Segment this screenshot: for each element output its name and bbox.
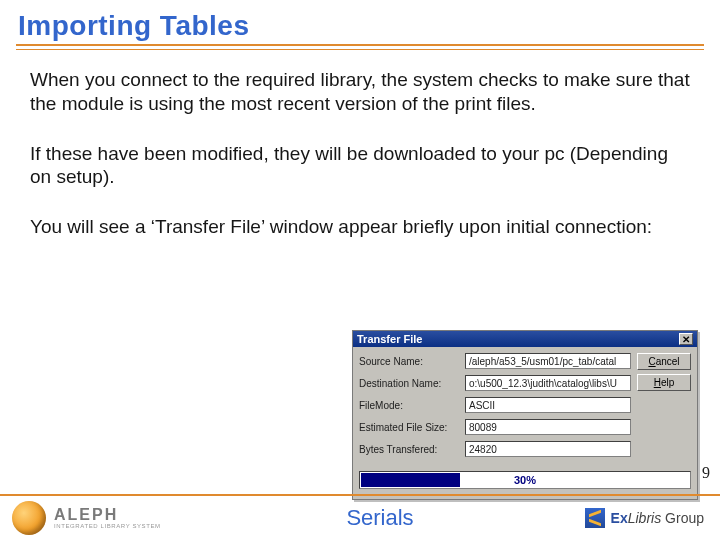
destination-name-label: Destination Name: [359,378,465,389]
file-mode-label: FileMode: [359,400,465,411]
exlibris-logo: ExLibris Group [520,508,720,528]
progress-bar: 30% [359,471,691,489]
exlibris-text: ExLibris Group [611,510,704,526]
dialog-titlebar[interactable]: Transfer File ✕ [353,331,697,347]
body-content: When you connect to the required library… [0,50,720,239]
aleph-logo: ALEPH INTEGRATED LIBRARY SYSTEM [0,501,240,535]
source-name-value: /aleph/a53_5/usm01/pc_tab/catal [465,353,631,369]
file-mode-value: ASCII [465,397,631,413]
progress-label: 30% [360,472,690,488]
transfer-file-dialog: Transfer File ✕ Source Name: /aleph/a53_… [352,330,698,500]
paragraph: You will see a ‘Transfer File’ window ap… [30,215,694,239]
aleph-subtitle: INTEGRATED LIBRARY SYSTEM [54,523,161,529]
paragraph: When you connect to the required library… [30,68,694,116]
footer-center-label: Serials [240,505,520,531]
bytes-transferred-label: Bytes Transfered: [359,444,465,455]
cancel-button[interactable]: Cancel [637,353,691,370]
paragraph: If these have been modified, they will b… [30,142,694,190]
footer: ALEPH INTEGRATED LIBRARY SYSTEM Serials … [0,494,720,540]
estimated-size-label: Estimated File Size: [359,422,465,433]
dialog-title: Transfer File [357,333,422,345]
estimated-size-value: 80089 [465,419,631,435]
close-icon[interactable]: ✕ [679,333,693,345]
bytes-transferred-value: 24820 [465,441,631,457]
destination-name-value: o:\u500_12.3\judith\catalog\libs\U [465,375,631,391]
cancel-button-label: ancel [656,356,680,367]
help-button-label: elp [661,377,674,388]
page-number: 9 [702,464,710,482]
help-button[interactable]: Help [637,374,691,391]
slide-title: Importing Tables [0,0,720,46]
aleph-name: ALEPH [54,507,161,523]
exlibris-icon [585,508,605,528]
source-name-label: Source Name: [359,356,465,367]
globe-icon [12,501,46,535]
